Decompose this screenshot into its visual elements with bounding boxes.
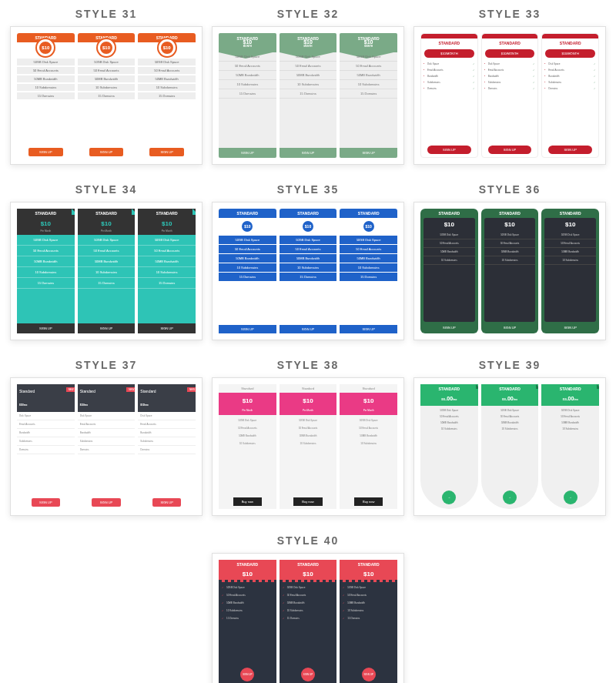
plan-name: STANDARD [219, 209, 276, 218]
pricing-card[interactable]: StandardNEW$10/moDisk SpaceEmail Account… [10, 377, 203, 516]
pricing-card[interactable]: STANDARD$10MONTH50GB Disk Space50 Email … [212, 26, 404, 165]
pricing-card[interactable]: STANDARD$10/MONTHDisk SpaceEmail Account… [413, 26, 606, 165]
style-38: STYLE 38 Standard$10Per Month50GB Disk S… [212, 359, 404, 516]
signup-button[interactable]: SIGN UP [17, 323, 75, 333]
style-40: STYLE 40 STANDARD$1050GB Disk Space50 Em… [212, 534, 404, 683]
pricing-card[interactable]: STANDARD$10Per Month50GB Disk Space50 Em… [10, 202, 203, 340]
price-badge: $10/MONTH [424, 49, 474, 58]
plan-name: Standard [219, 384, 276, 393]
signup-button[interactable]: SIGN UP [219, 148, 276, 158]
signup-button[interactable]: SIGN UP [427, 146, 471, 154]
plan-name: STANDARD [17, 209, 75, 218]
price-badge: $10 [240, 219, 254, 233]
buynow-button[interactable]: Buy now [233, 497, 262, 506]
style-grid: STYLE 31 STANDARD$1050GB Disk Space50 Em… [8, 8, 608, 683]
style-33: STYLE 33 STANDARD$10/MONTHDisk SpaceEmai… [413, 8, 606, 165]
price-badge: $10 [37, 39, 54, 56]
pricing-card[interactable]: STANDARD$1050GB Disk Space50 Email Accou… [212, 553, 404, 683]
style-37: STYLE 37 StandardNEW$10/moDisk SpaceEmai… [10, 359, 203, 516]
style-31: STYLE 31 STANDARD$1050GB Disk Space50 Em… [10, 8, 203, 165]
style-39: STYLE 39 STANDARD$10.00/mo50GB Disk Spac… [413, 359, 606, 516]
signup-button[interactable]: SIGN UP [219, 325, 276, 333]
pricing-card[interactable]: STANDARD$1050GB Disk Space50 Email Accou… [10, 26, 203, 165]
style-36: STYLE 36 STANDARD$1050GB Disk Space50 Em… [413, 183, 606, 340]
style-35: STYLE 35 STANDARD$1050GB Disk Space50 Em… [212, 183, 404, 340]
signup-button[interactable]: → [442, 490, 456, 504]
pricing-card[interactable]: STANDARD$1050GB Disk Space50 Email Accou… [212, 202, 404, 340]
features: 50GB Disk Space50 Email Accounts50MB Ban… [17, 58, 75, 146]
signup-button[interactable]: SIGN UP [32, 498, 60, 507]
plan-name: STANDARD [420, 384, 478, 393]
plan-name: STANDARD [420, 209, 478, 218]
pricing-card[interactable]: STANDARD$10.00/mo50GB Disk Space50 Email… [413, 377, 606, 516]
style-32: STYLE 32 STANDARD$10MONTH50GB Disk Space… [212, 8, 404, 165]
pricing-card[interactable]: STANDARD$1050GB Disk Space50 Email Accou… [413, 202, 606, 340]
plan-name: StandardNEW [17, 384, 75, 398]
signup-button[interactable]: SIGN UP [240, 668, 254, 681]
signup-button[interactable]: SIGN UP [422, 323, 477, 332]
signup-button[interactable]: SIGN UP [28, 148, 63, 156]
plan-name: STANDARD [421, 34, 477, 48]
style-title: STYLE 31 [10, 8, 203, 20]
new-badge: NEW [66, 387, 75, 392]
pricing-card[interactable]: Standard$10Per Month50GB Disk Space50 Em… [212, 377, 404, 516]
style-34: STYLE 34 STANDARD$10Per Month50GB Disk S… [10, 183, 203, 340]
plan-name: STANDARD [219, 560, 276, 569]
